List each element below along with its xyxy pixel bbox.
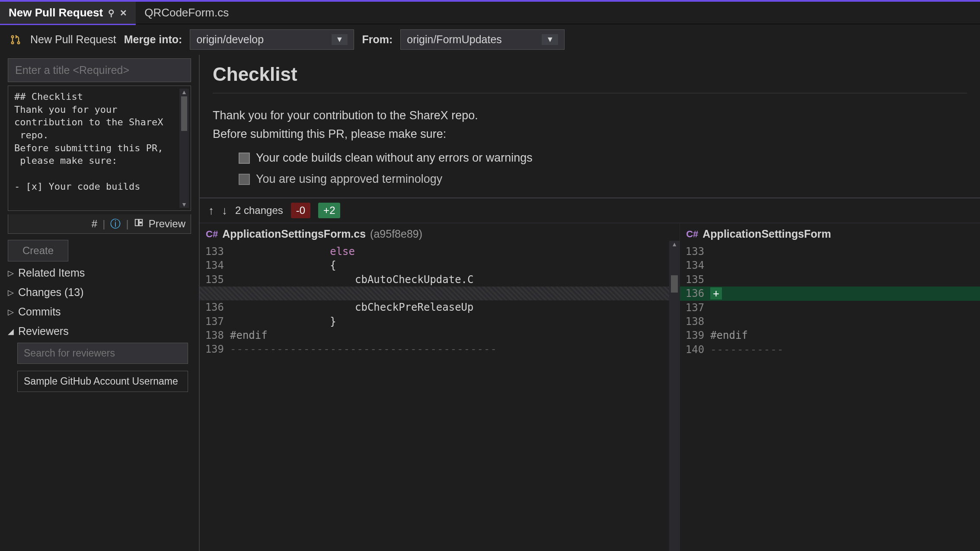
line-number: 137 (680, 301, 710, 315)
code-line: 137 (680, 301, 980, 315)
code-line: 140----------- (680, 343, 980, 357)
tree-label: Related Items (18, 267, 85, 279)
next-change-icon[interactable]: ↓ (222, 204, 227, 217)
pr-toolbar: New Pull Request Merge into: origin/deve… (0, 24, 980, 55)
line-content: } (230, 315, 680, 328)
svg-rect-3 (135, 220, 138, 226)
tree-label: Reviewers (18, 325, 69, 338)
diff-pane-right: C# ApplicationSettingsForm 133134135136+… (680, 223, 980, 551)
tree-commits[interactable]: ▷ Commits (8, 304, 191, 320)
line-content (710, 315, 980, 328)
line-content: cbCheckPreReleaseUp (230, 300, 680, 314)
file-name: ApplicationSettingsForm (702, 228, 831, 240)
diff-file-header: C# ApplicationSettingsForm.cs (a95f8e89) (200, 223, 680, 245)
scroll-up-icon[interactable]: ▲ (181, 89, 187, 96)
pin-icon[interactable]: ⚲ (108, 8, 115, 18)
line-content: #endif (230, 328, 680, 342)
scrollbar[interactable]: ▲ (669, 241, 680, 551)
line-content (710, 258, 980, 272)
line-number: 139 (680, 328, 710, 342)
tree-changes[interactable]: ▷ Changes (13) (8, 284, 191, 300)
line-number: 134 (680, 258, 710, 272)
line-number: 135 (680, 273, 710, 287)
code-line: 138#endif (200, 328, 680, 342)
code-line: 136 cbCheckPreReleaseUp (200, 300, 680, 314)
scroll-thumb[interactable] (181, 96, 187, 131)
tab-qrcodeform[interactable]: QRCodeForm.cs (136, 2, 237, 24)
tab-label: QRCodeForm.cs (144, 6, 229, 19)
checklist-item: You are using approved terminology (239, 172, 967, 186)
code-line: 139-------------------------------------… (200, 342, 680, 356)
line-number: 133 (680, 245, 710, 258)
close-icon[interactable]: ✕ (120, 8, 127, 18)
scrollbar[interactable]: ▲ ▼ (179, 89, 189, 208)
tree-related-items[interactable]: ▷ Related Items (8, 265, 191, 281)
code-area[interactable]: 133 else134 {135 cbAutoCheckUpdate.C136 … (200, 245, 680, 357)
create-button[interactable]: Create (8, 240, 68, 261)
preview-toggle-icon[interactable] (134, 218, 144, 230)
line-number: 136 (200, 300, 230, 314)
diff-file-header: C# ApplicationSettingsForm (680, 223, 980, 245)
csharp-icon: C# (686, 229, 698, 240)
from-dropdown[interactable]: origin/FormUpdates ▼ (400, 29, 565, 50)
tree-label: Commits (18, 306, 61, 318)
line-content (710, 301, 980, 315)
deletions-badge: -0 (291, 203, 310, 218)
line-content: ---------------------------------------- (230, 342, 680, 356)
tree-reviewers[interactable]: ◢ Reviewers (8, 323, 191, 339)
search-reviewers-input[interactable] (17, 343, 188, 364)
preview-heading: Checklist (213, 64, 967, 85)
svg-point-1 (12, 41, 14, 44)
chevron-right-icon: ▷ (8, 307, 15, 317)
scroll-up-icon[interactable]: ▲ (669, 241, 680, 248)
description-editor[interactable]: ## Checklist Thank you for your contribu… (8, 86, 191, 211)
reviewer-item[interactable]: Sample GitHub Account Username (17, 371, 188, 392)
preview-para: Thank you for your contribution to the S… (213, 106, 967, 125)
line-content: #endif (710, 328, 980, 342)
info-icon[interactable]: ⓘ (110, 217, 121, 231)
line-content (710, 245, 980, 258)
code-line: 138 (680, 315, 980, 328)
line-content: + (710, 287, 980, 300)
merge-into-dropdown[interactable]: origin/develop ▼ (190, 29, 354, 50)
toolbar-title: New Pull Request (30, 33, 116, 46)
line-number: 136 (680, 287, 710, 300)
chevron-down-icon[interactable]: ▼ (542, 34, 558, 45)
code-line: 135 (680, 273, 980, 287)
title-input[interactable] (8, 58, 191, 82)
line-number: 133 (200, 245, 230, 258)
description-footer: # | ⓘ | Preview (8, 214, 191, 234)
code-line: 134 { (200, 258, 680, 272)
line-number: 137 (200, 315, 230, 328)
tab-new-pr[interactable]: New Pull Request ⚲ ✕ (0, 2, 136, 24)
chevron-down-icon[interactable]: ▼ (332, 34, 348, 45)
line-number: 135 (200, 273, 230, 287)
chevron-right-icon: ▷ (8, 288, 15, 297)
code-line: 135 cbAutoCheckUpdate.C (200, 273, 680, 287)
checkbox-icon[interactable] (239, 174, 250, 185)
svg-point-5 (140, 222, 141, 223)
changes-count: 2 changes (235, 204, 283, 217)
merge-into-value: origin/develop (196, 33, 264, 46)
pr-form-panel: ## Checklist Thank you for your contribu… (0, 55, 199, 551)
line-content: ----------- (710, 343, 980, 357)
csharp-icon: C# (206, 229, 218, 240)
description-text[interactable]: ## Checklist Thank you for your contribu… (8, 86, 191, 197)
code-area[interactable]: 133134135136+137138139#endif140---------… (680, 245, 980, 357)
prev-change-icon[interactable]: ↑ (208, 204, 214, 217)
file-name: ApplicationSettingsForm.cs (222, 228, 366, 240)
scroll-down-icon[interactable]: ▼ (181, 201, 187, 208)
checkbox-icon[interactable] (239, 153, 250, 164)
separator: | (102, 218, 105, 230)
preview-label[interactable]: Preview (149, 218, 185, 230)
code-line: 134 (680, 258, 980, 272)
scroll-thumb[interactable] (671, 275, 678, 293)
merge-into-label: Merge into: (124, 33, 182, 46)
checklist-item: Your code builds clean without any error… (239, 151, 967, 165)
line-number: 138 (680, 315, 710, 328)
additions-badge: +2 (318, 203, 340, 218)
hash-icon[interactable]: # (92, 218, 97, 230)
diff-body: C# ApplicationSettingsForm.cs (a95f8e89)… (200, 223, 980, 551)
preview-para: Before submitting this PR, please make s… (213, 125, 967, 143)
code-line: 139#endif (680, 328, 980, 342)
